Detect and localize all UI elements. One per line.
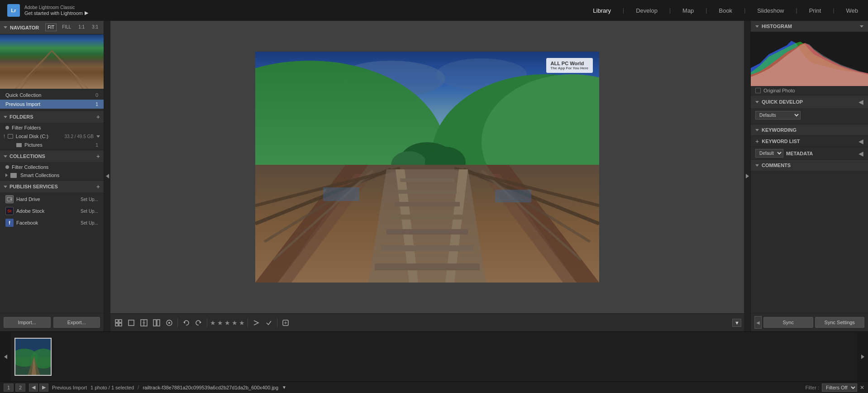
local-disk-size: 33.2 / 49.5 GB <box>65 134 94 139</box>
filter-folders-item[interactable]: Filter Folders <box>0 124 104 132</box>
keyword-add-btn[interactable]: + <box>755 138 759 145</box>
photo-view-icon[interactable] <box>164 317 175 328</box>
metadata-section: Default Metadata ◀ <box>751 147 868 159</box>
comments-header[interactable]: Comments <box>751 160 868 171</box>
toolbar-sep-2 <box>207 318 207 327</box>
histogram-area <box>751 32 868 86</box>
keywording-header[interactable]: Keywording <box>751 125 868 135</box>
filter-dropdown[interactable]: Filters Off <box>822 383 857 392</box>
view-btn-2[interactable]: 2 <box>15 383 25 392</box>
filmstrip-thumb-1[interactable] <box>14 338 52 376</box>
quick-develop-header[interactable]: Quick Develop ◀ <box>751 96 868 108</box>
star-2[interactable]: ★ <box>217 319 223 326</box>
thumbnail-badge-icon[interactable] <box>280 317 291 328</box>
nav-map[interactable]: Map <box>680 5 696 16</box>
smart-collections-item[interactable]: Smart Collections <box>0 171 104 179</box>
sync-settings-button[interactable]: Sync Settings <box>815 317 865 328</box>
collections-add-btn[interactable]: + <box>96 153 100 160</box>
nav-develop[interactable]: Develop <box>633 5 660 16</box>
local-disk-label: Local Disk (C:) <box>16 134 62 139</box>
svg-rect-50 <box>153 320 156 326</box>
filter-close-icon[interactable]: ✕ <box>860 384 864 391</box>
keyword-list-toggle[interactable]: ◀ <box>858 138 863 145</box>
quick-collection-item[interactable]: Quick Collection 0 <box>0 91 104 100</box>
nav-library[interactable]: Library <box>590 5 614 16</box>
hard-drive-label: Hard Drive <box>16 196 40 202</box>
right-panel-toggle[interactable] <box>744 21 750 331</box>
loupe-view-icon[interactable] <box>126 317 137 328</box>
sync-toggle-btn[interactable]: ◀ <box>754 316 762 329</box>
center-panel: ALL PC World The App For You Here <box>110 21 744 331</box>
flag-pick-icon[interactable] <box>263 317 274 328</box>
adobe-stock-publish-item[interactable]: St Adobe Stock Set Up... <box>0 205 104 217</box>
previous-import-label: Previous Import <box>5 101 40 107</box>
star-5[interactable]: ★ <box>239 319 245 326</box>
star-rating: ★ ★ ★ ★ ★ <box>210 319 245 326</box>
histogram-options-icon[interactable] <box>860 25 863 28</box>
import-button[interactable]: Import... <box>4 317 51 328</box>
nav-1-1-btn[interactable]: 1:1 <box>76 24 86 31</box>
main-image-area[interactable]: ALL PC World The App For You Here <box>110 21 744 313</box>
nav-slideshow[interactable]: Slideshow <box>754 5 787 16</box>
local-disk-expand[interactable] <box>96 135 100 138</box>
star-3[interactable]: ★ <box>224 319 230 326</box>
previous-import-item[interactable]: Previous Import 1 <box>0 100 104 109</box>
star-4[interactable]: ★ <box>232 319 238 326</box>
local-disk-indicator: ! <box>4 134 5 139</box>
folders-header[interactable]: Folders + <box>0 111 104 123</box>
pictures-item[interactable]: Pictures 1 <box>0 141 104 149</box>
facebook-publish-item[interactable]: f Facebook Set Up... <box>0 217 104 229</box>
filmstrip-prev-btn[interactable] <box>0 332 11 381</box>
rotate-right-icon[interactable] <box>193 317 204 328</box>
path-dropdown-icon[interactable]: ▼ <box>282 385 286 390</box>
nav-prev-btn[interactable]: ◀ <box>29 383 38 392</box>
nav-fit-btn[interactable]: FIT <box>45 24 57 31</box>
publish-services-add-btn[interactable]: + <box>96 183 100 190</box>
keyword-list-title: Keyword List <box>762 139 800 144</box>
compare-view-icon[interactable] <box>138 317 149 328</box>
bottom-prev-import-label[interactable]: Previous Import <box>52 385 87 390</box>
quick-develop-toggle[interactable]: ◀ <box>858 98 863 105</box>
quick-collection-count: 0 <box>95 92 98 98</box>
hard-drive-setup-btn[interactable]: Set Up... <box>81 197 98 202</box>
main-layout: Navigator FIT FILL 1:1 3:1 <box>0 21 868 331</box>
filter-collections-item[interactable]: Filter Collections <box>0 163 104 171</box>
folders-add-btn[interactable]: + <box>96 113 100 120</box>
left-panel-toggle[interactable] <box>104 21 110 331</box>
flag-reject-icon[interactable] <box>251 317 262 328</box>
metadata-preset-select[interactable]: Default <box>755 149 783 158</box>
nav-3-1-btn[interactable]: 3:1 <box>90 24 100 31</box>
keyword-list-header: + Keyword List ◀ <box>751 136 868 147</box>
toolbar-sep-4 <box>277 318 277 327</box>
adobe-stock-setup-btn[interactable]: Set Up... <box>81 209 98 214</box>
toolbar-more-btn[interactable]: ▼ <box>732 319 741 327</box>
smart-collections-label: Smart Collections <box>20 173 59 178</box>
grid-view-icon[interactable] <box>113 317 124 328</box>
local-disk-item[interactable]: ! Local Disk (C:) 33.2 / 49.5 GB <box>0 132 104 141</box>
survey-view-icon[interactable] <box>151 317 162 328</box>
histogram-header[interactable]: Histogram <box>751 21 868 32</box>
facebook-setup-btn[interactable]: Set Up... <box>81 220 98 225</box>
export-button[interactable]: Export... <box>53 317 100 328</box>
nav-web[interactable]: Web <box>844 5 861 16</box>
nav-next-btn[interactable]: ▶ <box>39 383 48 392</box>
hard-drive-publish-item[interactable]: Hard Drive Set Up... <box>0 193 104 205</box>
collections-header[interactable]: Collections + <box>0 150 104 162</box>
filmstrip-next-btn[interactable] <box>857 332 868 381</box>
star-1[interactable]: ★ <box>210 319 216 326</box>
rotate-left-icon[interactable] <box>181 317 191 328</box>
right-panel-toggle-icon <box>746 174 749 178</box>
navigator-collapse-icon <box>4 26 7 29</box>
navigator-header[interactable]: Navigator FIT FILL 1:1 3:1 <box>0 21 104 34</box>
quick-develop-title: Quick Develop <box>762 99 803 105</box>
qd-defaults-select[interactable]: Defaults <box>755 111 801 120</box>
nav-fill-btn[interactable]: FILL <box>60 24 73 31</box>
metadata-toggle[interactable]: ◀ <box>858 150 863 157</box>
sync-button[interactable]: Sync <box>763 317 813 328</box>
nav-book[interactable]: Book <box>716 5 735 16</box>
nav-print[interactable]: Print <box>806 5 824 16</box>
right-panel-spacer <box>751 171 868 313</box>
publish-services-header[interactable]: Publish Services + <box>0 181 104 192</box>
original-photo-checkbox[interactable] <box>755 88 761 93</box>
view-btn-1[interactable]: 1 <box>4 383 14 392</box>
